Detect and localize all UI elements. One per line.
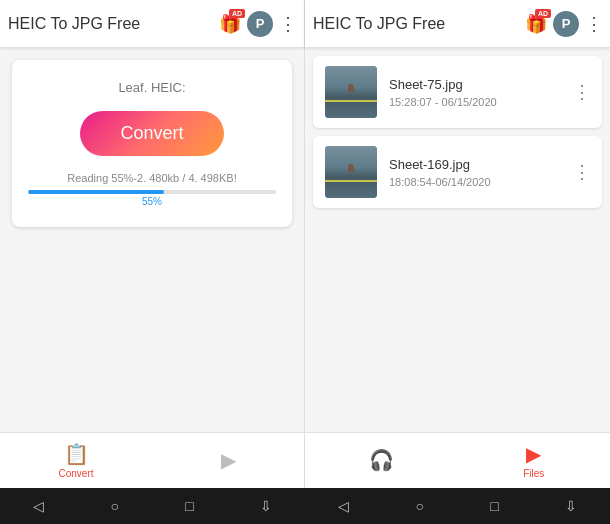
file-menu-1[interactable]: ⋮ bbox=[573, 81, 590, 103]
right-p-button[interactable]: P bbox=[553, 11, 579, 37]
right-nav-files[interactable]: ▶ Files bbox=[458, 433, 611, 488]
right-menu-dots[interactable]: ⋮ bbox=[585, 13, 602, 35]
left-menu-dots[interactable]: ⋮ bbox=[279, 13, 296, 35]
left-ad-gift[interactable]: 🎁 AD bbox=[219, 13, 241, 35]
play-nav-icon: ▶ bbox=[221, 448, 236, 472]
thumbnail-img-1 bbox=[325, 66, 377, 118]
convert-button[interactable]: Convert bbox=[80, 111, 223, 156]
progress-bar-fill bbox=[28, 190, 164, 194]
right-bottom-nav: 🎧 ▶ Files bbox=[305, 432, 610, 488]
right-top-icons: 🎁 AD P ⋮ bbox=[525, 11, 602, 37]
right-back-btn[interactable]: ◁ bbox=[338, 498, 349, 514]
file-info-2: Sheet-169.jpg 18:08:54-06/14/2020 bbox=[389, 157, 573, 188]
left-top-bar: HEIC To JPG Free 🎁 AD P ⋮ bbox=[0, 0, 304, 48]
right-ad-gift[interactable]: 🎁 AD bbox=[525, 13, 547, 35]
right-app-title: HEIC To JPG Free bbox=[313, 15, 525, 33]
system-nav-bar: ◁ ○ □ ⇩ ◁ ○ □ ⇩ bbox=[0, 488, 610, 524]
left-nav-convert[interactable]: 📋 Convert bbox=[0, 433, 152, 488]
left-recent-btn[interactable]: □ bbox=[185, 498, 193, 514]
file-date-1: 15:28:07 - 06/15/2020 bbox=[389, 96, 573, 108]
right-download-btn[interactable]: ⇩ bbox=[565, 498, 577, 514]
file-list: Sheet-75.jpg 15:28:07 - 06/15/2020 ⋮ She… bbox=[305, 48, 610, 432]
file-thumbnail-1 bbox=[325, 66, 377, 118]
files-nav-label: Files bbox=[523, 468, 544, 479]
file-date-2: 18:08:54-06/14/2020 bbox=[389, 176, 573, 188]
convert-card: Leaf. HEIC: Convert Reading 55%-2. 480kb… bbox=[12, 60, 292, 227]
right-top-bar: HEIC To JPG Free 🎁 AD P ⋮ bbox=[305, 0, 610, 48]
right-ad-badge: AD bbox=[535, 9, 551, 18]
headphones-nav-icon: 🎧 bbox=[369, 448, 394, 472]
left-top-icons: 🎁 AD P ⋮ bbox=[219, 11, 296, 37]
file-thumbnail-2 bbox=[325, 146, 377, 198]
left-content: Leaf. HEIC: Convert Reading 55%-2. 480kb… bbox=[0, 48, 304, 432]
progress-container: 55% bbox=[28, 190, 276, 207]
file-label: Leaf. HEIC: bbox=[118, 80, 185, 95]
list-item: Sheet-75.jpg 15:28:07 - 06/15/2020 ⋮ bbox=[313, 56, 602, 128]
left-ad-badge: AD bbox=[229, 9, 245, 18]
right-panel: HEIC To JPG Free 🎁 AD P ⋮ Sheet-75.jpg 1… bbox=[305, 0, 610, 488]
left-home-btn[interactable]: ○ bbox=[110, 498, 118, 514]
list-item: Sheet-169.jpg 18:08:54-06/14/2020 ⋮ bbox=[313, 136, 602, 208]
left-nav-play[interactable]: ▶ bbox=[152, 433, 304, 488]
convert-nav-icon: 📋 bbox=[64, 442, 89, 466]
right-home-btn[interactable]: ○ bbox=[415, 498, 423, 514]
convert-nav-label: Convert bbox=[58, 468, 93, 479]
left-p-button[interactable]: P bbox=[247, 11, 273, 37]
file-menu-2[interactable]: ⋮ bbox=[573, 161, 590, 183]
file-name-1: Sheet-75.jpg bbox=[389, 77, 573, 92]
file-name-2: Sheet-169.jpg bbox=[389, 157, 573, 172]
reading-text: Reading 55%-2. 480kb / 4. 498KB! bbox=[67, 172, 236, 184]
app-container: HEIC To JPG Free 🎁 AD P ⋮ Leaf. HEIC: Co… bbox=[0, 0, 610, 488]
progress-bar-bg bbox=[28, 190, 276, 194]
left-panel: HEIC To JPG Free 🎁 AD P ⋮ Leaf. HEIC: Co… bbox=[0, 0, 305, 488]
file-info-1: Sheet-75.jpg 15:28:07 - 06/15/2020 bbox=[389, 77, 573, 108]
right-nav-headphones[interactable]: 🎧 bbox=[305, 433, 458, 488]
left-app-title: HEIC To JPG Free bbox=[8, 15, 219, 33]
left-bottom-nav: 📋 Convert ▶ bbox=[0, 432, 304, 488]
left-back-btn[interactable]: ◁ bbox=[33, 498, 44, 514]
files-nav-icon: ▶ bbox=[526, 442, 541, 466]
right-recent-btn[interactable]: □ bbox=[490, 498, 498, 514]
progress-label: 55% bbox=[28, 196, 276, 207]
thumbnail-img-2 bbox=[325, 146, 377, 198]
left-download-btn[interactable]: ⇩ bbox=[260, 498, 272, 514]
